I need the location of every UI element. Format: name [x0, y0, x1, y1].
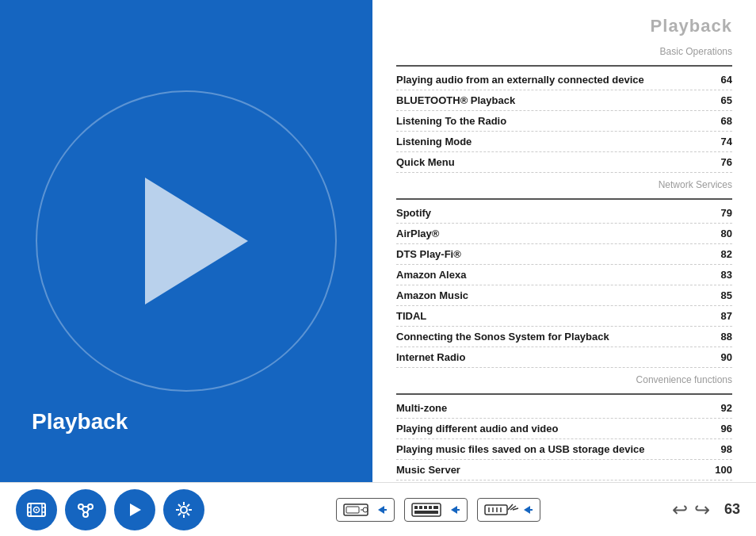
svg-rect-25 — [344, 504, 368, 515]
svg-rect-36 — [433, 506, 438, 509]
main-content: Playback Playback Basic Operations Playi… — [0, 0, 756, 482]
svg-marker-15 — [130, 503, 141, 516]
toc-row: TIDAL 87 — [396, 306, 732, 327]
toc-row: Playing audio from an externally connect… — [396, 70, 732, 90]
svg-rect-40 — [485, 505, 507, 515]
toc-row: Amazon Music 85 — [396, 285, 732, 306]
section-header-basic: Basic Operations — [396, 46, 732, 60]
toc-row: Multi-zone 92 — [396, 398, 732, 419]
page-title: Playback — [396, 16, 732, 36]
device1-icon[interactable] — [336, 498, 395, 522]
svg-marker-48 — [524, 506, 530, 514]
toc-row: AirPlay® 80 — [396, 224, 732, 244]
toc-section-basic: Playing audio from an externally connect… — [396, 70, 732, 173]
undo-icon[interactable]: ↩ — [672, 499, 688, 521]
svg-line-24 — [178, 513, 181, 515]
page-number: 63 — [724, 501, 740, 518]
divider-network — [396, 198, 732, 200]
svg-line-22 — [187, 513, 189, 515]
section-header-network: Network Services — [396, 179, 732, 193]
svg-rect-35 — [429, 506, 432, 509]
toc-row: Playing different audio and video 96 — [396, 419, 732, 439]
connect-icon-button[interactable] — [65, 489, 106, 530]
svg-point-16 — [181, 507, 187, 513]
toc-row: Listening To the Radio 68 — [396, 111, 732, 132]
redo-icon[interactable]: ↪ — [694, 499, 710, 521]
svg-marker-38 — [451, 506, 457, 514]
bottom-right-icons: ↩ ↪ 63 — [672, 499, 740, 521]
svg-marker-29 — [378, 506, 384, 514]
toc-row: Play Queue 103 — [396, 480, 732, 482]
bottom-center-icons — [336, 498, 540, 522]
left-panel: Playback — [0, 0, 372, 482]
svg-line-47 — [513, 508, 518, 510]
toc-row: Music Server 100 — [396, 460, 732, 480]
toc-row: Listening Mode 74 — [396, 132, 732, 152]
svg-rect-32 — [414, 506, 418, 509]
svg-line-14 — [86, 508, 90, 513]
divider-basic — [396, 65, 732, 67]
svg-line-21 — [178, 504, 181, 507]
svg-rect-34 — [424, 506, 427, 509]
svg-line-13 — [82, 508, 85, 513]
toc-row: Connecting the Sonos System for Playback… — [396, 327, 732, 347]
toc-section-network: Spotify 79 AirPlay® 80 DTS Play-Fi® 82 A… — [396, 203, 732, 368]
right-panel: Playback Basic Operations Playing audio … — [372, 0, 756, 482]
left-panel-label: Playback — [32, 409, 128, 435]
svg-rect-37 — [414, 511, 438, 514]
settings-icon-button[interactable] — [163, 489, 204, 530]
svg-rect-31 — [412, 503, 441, 516]
play-icon-button[interactable] — [114, 489, 155, 530]
section-header-convenience: Convenience functions — [396, 374, 732, 389]
play-triangle-icon — [145, 178, 248, 304]
toc-row: Playing music files saved on a USB stora… — [396, 439, 732, 460]
toc-row: Spotify 79 — [396, 203, 732, 224]
divider-convenience — [396, 393, 732, 395]
toc-row: Amazon Alexa 83 — [396, 265, 732, 285]
toc-section-convenience: Multi-zone 92 Playing different audio an… — [396, 398, 732, 482]
toc-row: Quick Menu 76 — [396, 152, 732, 173]
svg-point-8 — [36, 509, 37, 511]
toc-row: BLUETOOTH® Playback 65 — [396, 90, 732, 111]
remote-icon[interactable] — [477, 498, 540, 522]
svg-line-23 — [187, 504, 189, 507]
toc-row: Internet Radio 90 — [396, 347, 732, 368]
bottom-bar: ↩ ↪ 63 — [0, 482, 756, 536]
disc-icon-button[interactable] — [16, 489, 57, 530]
bottom-left-icons — [16, 489, 204, 530]
svg-rect-26 — [346, 507, 359, 513]
svg-rect-33 — [419, 506, 422, 509]
svg-point-27 — [363, 507, 368, 512]
device2-icon[interactable] — [404, 498, 468, 522]
toc-row: DTS Play-Fi® 82 — [396, 244, 732, 265]
